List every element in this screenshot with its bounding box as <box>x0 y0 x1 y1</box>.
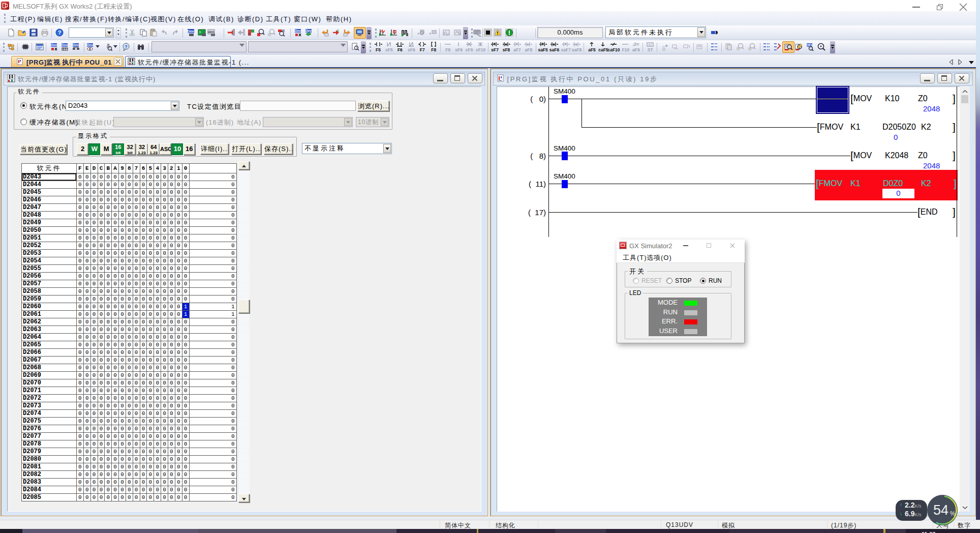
svg-text:Dev: Dev <box>62 43 68 47</box>
svg-text:DEV: DEV <box>806 43 813 47</box>
svg-text:HEX: HEX <box>208 31 214 34</box>
svg-text:Dev: Dev <box>51 43 57 47</box>
svg-text:54: 54 <box>933 502 948 518</box>
svg-text:Dev: Dev <box>295 29 301 33</box>
svg-text:Dev: Dev <box>73 43 79 47</box>
svg-text:Dev: Dev <box>305 29 312 33</box>
svg-text:Dev: Dev <box>188 29 194 33</box>
svg-text:%: % <box>950 510 956 517</box>
svg-text:ST: ST <box>648 43 652 46</box>
svg-text:?: ? <box>58 29 62 36</box>
svg-text:Dev: Dev <box>87 43 93 47</box>
svg-text:?: ? <box>125 44 128 49</box>
